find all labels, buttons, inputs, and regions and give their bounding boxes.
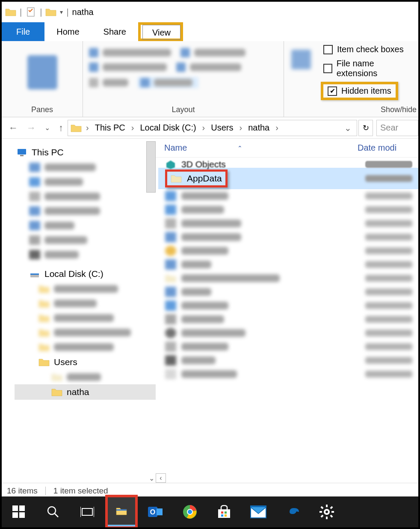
chevron-right-icon[interactable]: › [83, 123, 92, 133]
file-row-blurred[interactable] [158, 258, 418, 271]
status-selection: 1 item selected [53, 486, 108, 496]
svg-rect-31 [326, 505, 328, 507]
nav-local-disk[interactable]: Local Disk (C:) [15, 266, 156, 282]
start-button[interactable] [5, 499, 33, 524]
crumb-users[interactable]: Users [209, 122, 235, 134]
chrome-icon[interactable] [176, 499, 204, 524]
ribbon-tabs: File Home Share View [2, 22, 418, 41]
file-row-blurred[interactable] [158, 299, 418, 312]
file-row-blurred[interactable] [158, 312, 418, 326]
nav-item-blurred[interactable] [15, 340, 156, 354]
qat-dropdown-icon[interactable]: ▾ [60, 9, 63, 15]
nav-item-blurred[interactable] [15, 189, 156, 204]
file-row-blurred[interactable] [158, 367, 418, 381]
chevron-right-icon[interactable]: › [273, 123, 281, 133]
scroll-left-icon[interactable]: ‹ [156, 473, 166, 483]
file-row-blurred[interactable] [158, 217, 418, 230]
sort-indicator-icon: ⌃ [237, 145, 243, 152]
file-row-blurred[interactable] [158, 354, 418, 367]
nav-natha[interactable]: natha [15, 384, 156, 400]
crumb-this-pc[interactable]: This PC [93, 122, 127, 134]
settings-icon[interactable] [313, 499, 340, 524]
up-button[interactable]: ↑ [59, 122, 63, 134]
properties-icon[interactable] [25, 6, 36, 18]
recent-dropdown-icon[interactable]: ⌄ [44, 124, 50, 132]
chevron-right-icon[interactable]: › [129, 123, 137, 133]
crumb-local-disk[interactable]: Local Disk (C:) [138, 122, 198, 134]
nav-item-blurred[interactable] [15, 370, 156, 384]
mail-icon[interactable] [245, 499, 272, 524]
file-row-blurred[interactable] [158, 285, 418, 299]
navigation-pane[interactable]: This PC Local Disk (C:) Use [2, 139, 156, 483]
task-view-icon[interactable] [74, 499, 101, 524]
svg-rect-34 [331, 511, 334, 513]
separator: | [20, 7, 22, 17]
svg-rect-8 [12, 512, 18, 518]
svg-rect-36 [330, 514, 333, 517]
file-list-pane[interactable]: Name ⌃ Date modi 3D Objects AppData [156, 139, 418, 483]
svg-rect-32 [326, 517, 328, 519]
nav-this-pc[interactable]: This PC [15, 145, 156, 160]
edge-icon[interactable] [279, 499, 306, 524]
nav-item-blurred[interactable] [15, 296, 156, 311]
panes-label: Panes [2, 104, 83, 117]
panes-body-blurred [2, 41, 83, 104]
chevron-right-icon[interactable]: › [200, 123, 208, 133]
svg-rect-0 [27, 8, 34, 16]
store-icon[interactable] [210, 499, 238, 524]
svg-rect-1 [18, 149, 26, 155]
checkbox-label: Item check boxes [337, 45, 404, 54]
chevron-right-icon[interactable]: › [237, 123, 245, 133]
folder-icon[interactable] [45, 6, 56, 18]
tab-view[interactable]: View [142, 25, 180, 40]
nav-item-blurred[interactable] [15, 282, 156, 296]
file-row-blurred[interactable] [158, 340, 418, 354]
scroll-down-icon[interactable]: ⌄ [147, 473, 156, 483]
outlook-icon[interactable]: O [142, 499, 169, 524]
nav-item-blurred[interactable] [15, 311, 156, 325]
svg-point-22 [188, 510, 192, 514]
tab-file[interactable]: File [2, 22, 44, 41]
nav-item-blurred[interactable] [15, 247, 156, 262]
checkbox-item-checkboxes[interactable]: Item check boxes [321, 44, 414, 55]
file-row-blurred[interactable] [158, 230, 418, 244]
file-row-blurred[interactable] [158, 271, 418, 285]
svg-rect-6 [12, 505, 18, 511]
tab-home[interactable]: Home [44, 22, 91, 41]
svg-rect-23 [218, 509, 230, 518]
crumb-natha[interactable]: natha [246, 122, 271, 134]
file-row-blurred[interactable] [158, 189, 418, 203]
search-icon[interactable] [39, 499, 67, 524]
file-explorer-taskbar-icon[interactable] [108, 497, 135, 526]
nav-item-blurred[interactable] [15, 233, 156, 247]
address-dropdown-icon[interactable]: ⌄ [342, 123, 354, 133]
file-row-blurred[interactable] [158, 244, 418, 258]
back-button[interactable]: ← [9, 122, 18, 134]
search-input[interactable]: Sear [376, 120, 418, 136]
column-date[interactable]: Date modi [358, 143, 413, 153]
nav-item-blurred[interactable] [15, 325, 156, 340]
file-row-3d-objects[interactable]: 3D Objects [158, 158, 418, 169]
checkbox-file-extensions[interactable]: File name extensions [321, 58, 414, 79]
nav-item-blurred[interactable] [15, 175, 156, 189]
nav-users[interactable]: Users [15, 354, 156, 370]
tab-share[interactable]: Share [92, 22, 138, 41]
forward-button[interactable]: → [27, 122, 36, 134]
column-name[interactable]: Name ⌃ [164, 143, 358, 153]
nav-item-blurred[interactable] [15, 160, 156, 175]
nav-item-blurred[interactable] [15, 218, 156, 233]
file-row-appdata[interactable]: AppData [158, 168, 418, 189]
breadcrumb[interactable]: › This PC › Local Disk (C:) › Users › na… [68, 120, 357, 136]
refresh-button[interactable]: ↻ [358, 120, 373, 136]
file-row-blurred[interactable] [158, 203, 418, 217]
checkbox-icon[interactable] [328, 86, 337, 96]
svg-rect-2 [20, 155, 24, 156]
horizontal-scrollbar[interactable]: ‹ [156, 473, 418, 483]
ribbon: Panes Layout Item check boxes File name … [2, 41, 418, 117]
checkbox-label: Hidden items [341, 86, 391, 96]
file-row-blurred[interactable] [158, 326, 418, 340]
checkbox-label: File name extensions [337, 59, 411, 78]
folder-icon [171, 173, 182, 184]
nav-item-blurred[interactable] [15, 204, 156, 218]
ribbon-group-panes: Panes [2, 41, 83, 117]
